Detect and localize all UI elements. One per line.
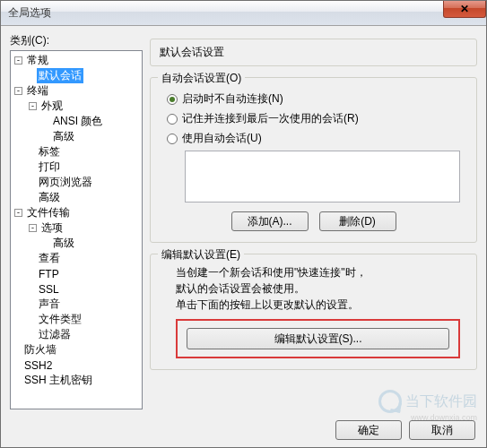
- close-icon: ✕: [460, 3, 469, 15]
- tree-item-label: 外观: [39, 99, 65, 114]
- edit-desc-2: 默认的会话设置会被使用。: [176, 281, 467, 296]
- tree-item-label: 打印: [37, 159, 62, 175]
- tree-item-label: 网页浏览器: [37, 175, 94, 190]
- tree-item-label: 终端: [25, 83, 50, 99]
- tree-item-label: SSL: [37, 283, 61, 296]
- tree-item[interactable]: 高级: [11, 236, 142, 251]
- title-bar: 全局选项 ✕: [1, 1, 486, 26]
- heading-group: 默认会话设置: [150, 39, 477, 66]
- tree-item-label: 声音: [37, 297, 62, 312]
- edit-desc-1: 当创建一个新会话和使用"快速连接"时，: [176, 265, 467, 280]
- tree-item[interactable]: -外观: [11, 99, 142, 114]
- cancel-button[interactable]: 取消: [409, 420, 475, 440]
- tree-item[interactable]: ANSI 颜色: [11, 114, 142, 129]
- tree-item-label: 标签: [37, 144, 62, 159]
- tree-item[interactable]: 标签: [11, 144, 142, 159]
- close-button[interactable]: ✕: [443, 0, 486, 18]
- edit-default-group: 编辑默认设置(E) 当创建一个新会话和使用"快速连接"时， 默认的会话设置会被使…: [150, 254, 477, 370]
- edit-default-highlight: 编辑默认设置(S)...: [176, 319, 460, 358]
- tree-item[interactable]: 高级: [11, 129, 142, 144]
- window-title: 全局选项: [8, 5, 51, 21]
- tree-item[interactable]: 查看: [11, 251, 142, 266]
- tree-item-label: 高级: [51, 236, 76, 251]
- tree-item-label: SSH2: [22, 359, 54, 372]
- tree-item[interactable]: 网页浏览器: [11, 175, 142, 190]
- category-label: 类别(C):: [10, 33, 143, 48]
- tree-toggle-icon[interactable]: -: [14, 209, 22, 217]
- radio-icon: [167, 134, 178, 144]
- delete-button[interactable]: 删除(D): [319, 211, 396, 231]
- auto-session-group: 自动会话设置(O) 启动时不自动连接(N) 记住并连接到最后一次使用的会话(R)…: [150, 77, 477, 243]
- tree-item[interactable]: -常规: [11, 53, 142, 68]
- auto-buttons: 添加(A)... 删除(D): [160, 211, 467, 231]
- tree-item-label: 默认会话: [37, 68, 83, 83]
- add-button[interactable]: 添加(A)...: [231, 211, 309, 231]
- tree-item-label: 文件传输: [25, 205, 72, 220]
- tree-item[interactable]: FTP: [11, 266, 142, 281]
- page-heading: 默认会话设置: [160, 46, 224, 58]
- session-list-box[interactable]: [185, 151, 460, 202]
- tree-item[interactable]: 过滤器: [11, 327, 142, 342]
- tree-item-label: 防火墙: [22, 342, 58, 358]
- tree-item[interactable]: -终端: [11, 83, 142, 99]
- tree-item-label: 选项: [39, 220, 65, 236]
- tree-item[interactable]: 打印: [11, 159, 142, 175]
- left-panel: 类别(C): -常规默认会话-终端-外观ANSI 颜色高级标签打印网页浏览器高级…: [10, 33, 143, 409]
- edit-desc-3: 单击下面的按钮上以更改默认的设置。: [176, 297, 467, 312]
- tree-item-label: 高级: [51, 129, 76, 144]
- tree-item[interactable]: SSL: [11, 281, 142, 297]
- tree-toggle-icon[interactable]: -: [14, 87, 22, 95]
- right-panel: 默认会话设置 自动会话设置(O) 启动时不自动连接(N) 记住并连接到最后一次使…: [150, 33, 477, 409]
- content-area: 类别(C): -常规默认会话-终端-外观ANSI 颜色高级标签打印网页浏览器高级…: [1, 26, 486, 409]
- tree-item-label: FTP: [37, 268, 61, 280]
- tree-item[interactable]: 默认会话: [11, 68, 142, 83]
- tree-toggle-icon[interactable]: -: [29, 102, 37, 110]
- tree-item[interactable]: SSH2: [11, 358, 142, 373]
- edit-default-button[interactable]: 编辑默认设置(S)...: [187, 328, 449, 349]
- radio-remember-last[interactable]: 记住并连接到最后一次使用的会话(R): [167, 111, 467, 126]
- radio-label: 启动时不自动连接(N): [182, 91, 283, 107]
- radio-use-auto-session[interactable]: 使用自动会话(U): [167, 131, 467, 146]
- tree-item[interactable]: 文件类型: [11, 312, 142, 327]
- dialog-footer: 确定 取消: [335, 420, 475, 440]
- tree-item-label: 查看: [37, 251, 62, 266]
- tree-item-label: 文件类型: [37, 312, 83, 327]
- ok-button[interactable]: 确定: [335, 420, 402, 440]
- tree-item-label: 过滤器: [37, 327, 73, 342]
- tree-item[interactable]: SSH 主机密钥: [11, 373, 142, 388]
- tree-item[interactable]: -选项: [11, 220, 142, 236]
- tree-item-label: ANSI 颜色: [51, 114, 104, 129]
- radio-label: 使用自动会话(U): [182, 131, 262, 146]
- tree-item[interactable]: 声音: [11, 297, 142, 312]
- tree-item-label: 常规: [25, 53, 50, 68]
- radio-icon: [167, 94, 178, 105]
- tree-item-label: 高级: [37, 190, 62, 205]
- radio-no-auto-connect[interactable]: 启动时不自动连接(N): [167, 91, 467, 107]
- radio-icon: [167, 114, 178, 125]
- tree-toggle-icon[interactable]: -: [14, 56, 22, 65]
- category-tree[interactable]: -常规默认会话-终端-外观ANSI 颜色高级标签打印网页浏览器高级-文件传输-选…: [10, 50, 143, 409]
- edit-default-title: 编辑默认设置(E): [158, 247, 244, 263]
- tree-item-label: SSH 主机密钥: [22, 373, 94, 388]
- tree-item[interactable]: 防火墙: [11, 342, 142, 358]
- auto-session-title: 自动会话设置(O): [158, 71, 245, 86]
- tree-item[interactable]: -文件传输: [11, 205, 142, 220]
- tree-item[interactable]: 高级: [11, 190, 142, 205]
- radio-label: 记住并连接到最后一次使用的会话(R): [182, 111, 359, 126]
- tree-toggle-icon[interactable]: -: [29, 224, 37, 232]
